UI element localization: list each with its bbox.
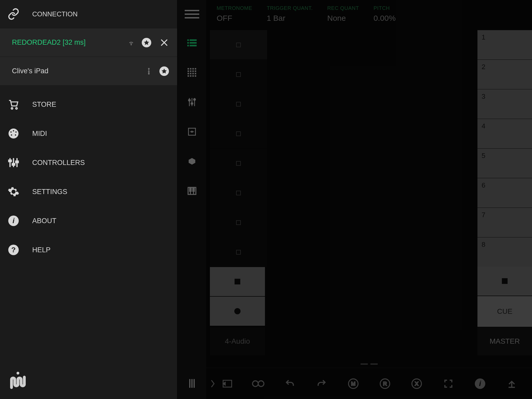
clip-slot[interactable]: [210, 119, 267, 148]
svg-rect-16: [16, 161, 18, 163]
sidebar-item-help[interactable]: ? HELP: [0, 235, 177, 264]
cue-button[interactable]: CUE: [477, 296, 532, 327]
disconnect-button[interactable]: [158, 37, 170, 48]
svg-rect-38: [192, 73, 194, 74]
scene-launch[interactable]: 5: [477, 149, 532, 178]
clip-slot[interactable]: [210, 60, 267, 89]
svg-point-13: [15, 134, 16, 136]
scene-launch[interactable]: 1: [477, 30, 532, 59]
favorite-button[interactable]: [158, 65, 170, 77]
view-device-button[interactable]: [177, 117, 207, 147]
clip-slot[interactable]: [210, 237, 267, 267]
app-logo: [0, 360, 177, 399]
gear-icon: [7, 185, 20, 198]
view-drum-button[interactable]: [177, 147, 207, 176]
clip-slot[interactable]: [210, 208, 267, 237]
clip-slot[interactable]: [210, 30, 267, 59]
sidebar-item-midi[interactable]: MIDI: [0, 119, 177, 148]
connection-item[interactable]: Clive's iPad: [0, 57, 177, 85]
list-icon: [187, 39, 197, 47]
info-icon: i: [7, 215, 20, 227]
redo-button[interactable]: [315, 377, 328, 390]
sidebar-item-about[interactable]: i ABOUT: [0, 206, 177, 235]
scene-launch[interactable]: 2: [477, 60, 532, 89]
svg-rect-51: [193, 188, 194, 191]
hexagon-icon: [188, 157, 196, 166]
sidebar-item-controllers[interactable]: CONTROLLERS: [0, 148, 177, 177]
svg-rect-14: [9, 160, 11, 162]
favorite-button[interactable]: [141, 37, 152, 48]
svg-text:i: i: [12, 217, 15, 225]
info-button[interactable]: i: [474, 377, 487, 390]
svg-text:M: M: [351, 381, 356, 387]
crossfader-icon: [188, 378, 196, 389]
metronome-control[interactable]: METRONOME OFF: [217, 5, 252, 23]
info-icon: i: [474, 378, 486, 389]
mute-mode-button[interactable]: M: [347, 377, 360, 390]
track-record-button[interactable]: [210, 297, 265, 326]
svg-rect-23: [190, 39, 197, 41]
rec-quant-control[interactable]: REC QUANT None: [327, 5, 359, 23]
stop-icon: [236, 220, 241, 225]
scene-launch[interactable]: 6: [477, 178, 532, 208]
master-track-label[interactable]: MASTER: [477, 327, 532, 355]
svg-rect-31: [195, 68, 196, 70]
circle-r-icon: R: [379, 378, 391, 389]
upload-button[interactable]: [505, 377, 518, 390]
view-session-list-button[interactable]: [177, 28, 207, 58]
record-mode-button[interactable]: R: [378, 377, 391, 390]
track-stop-button[interactable]: [210, 267, 265, 296]
svg-rect-42: [192, 75, 194, 77]
svg-point-10: [10, 131, 12, 133]
back-to-arrangement-button[interactable]: [220, 377, 233, 390]
svg-rect-36: [188, 73, 189, 74]
sidebar-item-label: CONTROLLERS: [32, 159, 85, 167]
delete-mode-button[interactable]: X: [410, 377, 423, 390]
clip-slot[interactable]: [210, 178, 267, 208]
sidebar-item-store[interactable]: STORE: [0, 90, 177, 119]
svg-point-46: [194, 99, 195, 101]
view-grid-button[interactable]: [177, 58, 207, 87]
clip-slot[interactable]: [210, 89, 267, 119]
svg-point-6: [11, 108, 13, 109]
stop-all-button[interactable]: [477, 267, 532, 296]
track-column: [210, 30, 267, 267]
svg-point-45: [191, 103, 193, 104]
menu-toggle-button[interactable]: [177, 0, 207, 28]
sidebar-header-label: CONNECTION: [32, 10, 78, 18]
help-icon: ?: [7, 244, 20, 256]
loop-button[interactable]: [252, 377, 265, 390]
view-keys-button[interactable]: [177, 176, 207, 206]
svg-point-8: [9, 129, 18, 138]
track-name[interactable]: 4-Audio: [210, 327, 265, 355]
scene-launch[interactable]: 7: [477, 208, 532, 237]
scene-launch[interactable]: 8: [477, 237, 532, 267]
connection-item-active[interactable]: REDORDEAD2 [32 ms]: [0, 28, 177, 57]
crossfader-button[interactable]: [177, 368, 207, 399]
return-icon: [221, 378, 232, 389]
trigger-quant-control[interactable]: TRIGGER QUANT. 1 Bar: [267, 5, 313, 23]
svg-text:i: i: [479, 380, 481, 388]
svg-point-4: [148, 73, 150, 74]
svg-rect-22: [187, 39, 189, 41]
svg-rect-50: [190, 188, 191, 191]
sidebar-item-label: HELP: [32, 246, 51, 254]
pitch-control[interactable]: PITCH 0.00%: [374, 5, 396, 23]
sliders-icon: [7, 156, 20, 169]
expand-panel-button[interactable]: [210, 378, 216, 389]
undo-button[interactable]: [283, 377, 296, 390]
scene-launch[interactable]: 4: [477, 119, 532, 148]
clip-slot[interactable]: [210, 149, 267, 178]
svg-rect-26: [187, 45, 189, 46]
sidebar-item-settings[interactable]: SETTINGS: [0, 177, 177, 206]
fullscreen-button[interactable]: [442, 377, 455, 390]
stop-icon: [236, 161, 241, 166]
record-icon: [234, 308, 241, 314]
device-icon: [187, 127, 197, 136]
view-mixer-button[interactable]: [177, 87, 207, 117]
fullscreen-icon: [443, 378, 454, 389]
sidebar-item-label: STORE: [32, 101, 56, 109]
usb-icon: [145, 68, 152, 75]
scene-launch[interactable]: 3: [477, 89, 532, 119]
resize-handle[interactable]: [359, 361, 380, 367]
